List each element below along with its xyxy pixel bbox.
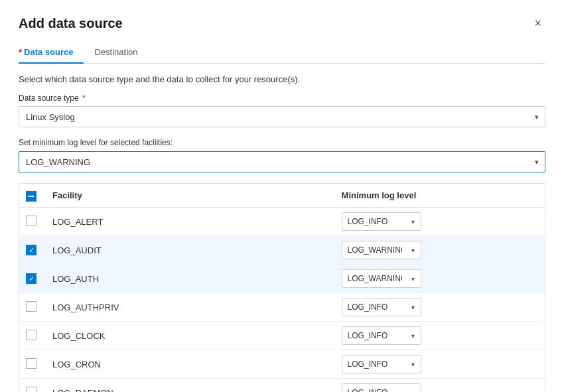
dialog-header: Add data source × xyxy=(19,16,545,31)
table-row: LOG_DAEMONLOG_DEBUGLOG_INFOLOG_NOTICELOG… xyxy=(19,379,545,393)
row-log-select-wrapper: LOG_DEBUGLOG_INFOLOG_NOTICELOG_WARNINGLO… xyxy=(342,298,421,316)
row-checkbox-log_alert[interactable] xyxy=(26,216,36,226)
facility-name: LOG_AUTHPRIV xyxy=(46,293,335,322)
min-log-label: Set minimum log level for selected facil… xyxy=(19,138,545,147)
row-log-select-log_cron[interactable]: LOG_DEBUGLOG_INFOLOG_NOTICELOG_WARNINGLO… xyxy=(342,355,421,373)
row-log-select-log_authpriv[interactable]: LOG_DEBUGLOG_INFOLOG_NOTICELOG_WARNINGLO… xyxy=(342,298,421,316)
table-row: LOG_AUTHPRIVLOG_DEBUGLOG_INFOLOG_NOTICEL… xyxy=(19,293,545,322)
table-row: LOG_ALERTLOG_DEBUGLOG_INFOLOG_NOTICELOG_… xyxy=(19,208,545,236)
row-checkbox-log_audit[interactable]: ✓ xyxy=(26,245,36,255)
facility-name: LOG_CLOCK xyxy=(46,322,335,350)
row-log-select-wrapper: LOG_DEBUGLOG_INFOLOG_NOTICELOG_WARNINGLO… xyxy=(342,269,421,288)
tab-data-source[interactable]: *Data source xyxy=(19,42,84,64)
facility-table-body: LOG_ALERTLOG_DEBUGLOG_INFOLOG_NOTICELOG_… xyxy=(19,208,545,393)
table-row: ✓LOG_AUDITLOG_DEBUGLOG_INFOLOG_NOTICELOG… xyxy=(19,236,545,265)
add-data-source-dialog: Add data source × *Data source Destinati… xyxy=(0,0,564,392)
table-row: LOG_CRONLOG_DEBUGLOG_INFOLOG_NOTICELOG_W… xyxy=(19,350,545,379)
row-log-select-wrapper: LOG_DEBUGLOG_INFOLOG_NOTICELOG_WARNINGLO… xyxy=(342,241,421,259)
tab-destination[interactable]: Destination xyxy=(94,42,148,64)
min-log-wrapper: LOG_DEBUG LOG_INFO LOG_NOTICE LOG_WARNIN… xyxy=(19,151,545,172)
row-checkbox-log_cron[interactable] xyxy=(26,358,36,369)
facility-name: LOG_DAEMON xyxy=(46,379,335,393)
data-source-type-wrapper: Linux Syslog Windows Event Log Performan… xyxy=(19,106,545,127)
row-checkbox-log_authpriv[interactable] xyxy=(26,301,36,312)
row-log-select-wrapper: LOG_DEBUGLOG_INFOLOG_NOTICELOG_WARNINGLO… xyxy=(342,383,421,392)
data-source-type-label: Data source type * xyxy=(19,94,545,103)
row-log-select-log_alert[interactable]: LOG_DEBUGLOG_INFOLOG_NOTICELOG_WARNINGLO… xyxy=(342,212,421,231)
table-row: ✓LOG_AUTHLOG_DEBUGLOG_INFOLOG_NOTICELOG_… xyxy=(19,265,545,293)
close-button[interactable]: × xyxy=(530,16,545,31)
facility-name: LOG_AUTH xyxy=(46,265,335,293)
row-log-select-log_audit[interactable]: LOG_DEBUGLOG_INFOLOG_NOTICELOG_WARNINGLO… xyxy=(342,241,421,259)
row-log-select-wrapper: LOG_DEBUGLOG_INFOLOG_NOTICELOG_WARNINGLO… xyxy=(342,326,421,345)
facility-table-container: Facility Minimum log level LOG_ALERTLOG_… xyxy=(19,183,545,392)
row-log-select-wrapper: LOG_DEBUGLOG_INFOLOG_NOTICELOG_WARNINGLO… xyxy=(342,355,421,373)
facility-name: LOG_AUDIT xyxy=(46,236,335,265)
row-checkbox-log_clock[interactable] xyxy=(26,330,36,340)
tabs-bar: *Data source Destination xyxy=(19,42,545,64)
row-log-select-log_clock[interactable]: LOG_DEBUGLOG_INFOLOG_NOTICELOG_WARNINGLO… xyxy=(342,326,421,345)
row-log-select-wrapper: LOG_DEBUGLOG_INFOLOG_NOTICELOG_WARNINGLO… xyxy=(342,212,421,231)
facility-table: Facility Minimum log level LOG_ALERTLOG_… xyxy=(19,184,545,392)
min-log-select[interactable]: LOG_DEBUG LOG_INFO LOG_NOTICE LOG_WARNIN… xyxy=(19,151,545,172)
row-log-select-log_daemon[interactable]: LOG_DEBUGLOG_INFOLOG_NOTICELOG_WARNINGLO… xyxy=(342,383,421,392)
data-source-type-select[interactable]: Linux Syslog Windows Event Log Performan… xyxy=(19,106,545,127)
row-checkbox-log_auth[interactable]: ✓ xyxy=(26,273,36,284)
table-row: LOG_CLOCKLOG_DEBUGLOG_INFOLOG_NOTICELOG_… xyxy=(19,322,545,350)
section-description: Select which data source type and the da… xyxy=(19,74,545,84)
tab-required-marker: * xyxy=(19,47,22,57)
row-log-select-log_auth[interactable]: LOG_DEBUGLOG_INFOLOG_NOTICELOG_WARNINGLO… xyxy=(342,269,421,288)
select-all-checkbox[interactable] xyxy=(26,191,36,202)
table-header-row: Facility Minimum log level xyxy=(19,184,545,208)
facility-name: LOG_CRON xyxy=(46,350,335,379)
dialog-title: Add data source xyxy=(19,16,123,31)
facility-name: LOG_ALERT xyxy=(46,208,335,236)
min-log-col-header: Minimum log level xyxy=(335,184,545,208)
facility-col-header: Facility xyxy=(46,184,335,208)
row-checkbox-log_daemon[interactable] xyxy=(26,387,36,393)
select-all-header xyxy=(19,184,46,208)
